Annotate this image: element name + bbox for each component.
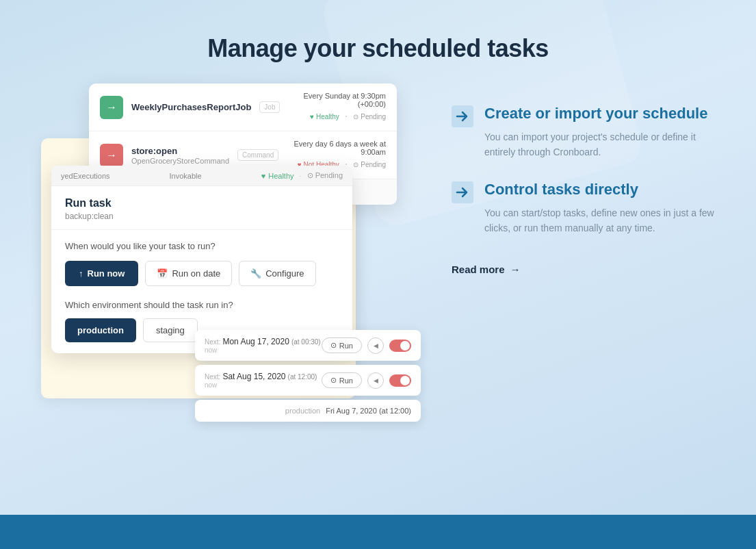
feature-content-2: Control tasks directly You can start/sto…: [484, 180, 729, 235]
feature-arrow-1: [452, 105, 473, 127]
feature-title-1: Create or import your schedule: [484, 104, 729, 124]
read-more-label: Read more: [452, 264, 505, 275]
table-row: → WeeklyPurchasesReportJob Job Every Sun…: [89, 84, 397, 131]
env-question: Which environment should the task run in…: [65, 300, 339, 310]
run-circle-icon: ⊙: [330, 341, 337, 350]
time-text-1: (at 00:30): [291, 338, 321, 346]
feature-item-1: Create or import your schedule You can i…: [452, 104, 729, 159]
date-val-3: Fri Aug 7, 2020 (at 12:00): [326, 407, 411, 415]
task-type-badge-2: Command: [237, 149, 278, 161]
feature-arrow-2: [452, 181, 473, 203]
date-text-2: Sat Aug 15, 2020: [222, 372, 285, 381]
run-task-title: Run task: [65, 197, 339, 209]
pause-icon: ◀: [374, 342, 378, 349]
feature-desc-1: You can import your project's schedule o…: [484, 129, 729, 160]
schedule-card-3: production Fri Aug 7, 2020 (at 12:00): [195, 400, 421, 422]
run-task-modal: yedExecutions Invokable ♥ Healthy · ⊙ Pe…: [51, 166, 352, 353]
run-options: ↑ Run now 📅 Run on date 🔧 Configure: [65, 261, 339, 286]
schedule-card-1: Next: Mon Aug 17, 2020 (at 00:30) now ⊙ …: [195, 330, 421, 361]
feature-item-2: Control tasks directly You can start/sto…: [452, 180, 729, 235]
next-label-1: Next:: [205, 338, 220, 346]
when-question: When would you like your task to run?: [65, 241, 339, 251]
calendar-icon: 📅: [157, 268, 168, 279]
status-pending-1: Pending: [353, 113, 386, 120]
read-more-link[interactable]: Read more →: [452, 264, 729, 275]
up-arrow-icon: ↑: [79, 268, 83, 279]
read-more-arrow: →: [510, 264, 521, 275]
task-schedule-text-2: Every day 6 days a week at 9:00am: [292, 140, 386, 156]
status-healthy-1: Healthy: [310, 113, 339, 120]
pause-button-1[interactable]: ◀: [367, 337, 384, 354]
now-text-2: now: [205, 381, 317, 389]
topbar-healthy: ♥ Healthy: [261, 172, 294, 180]
next-label-2: Next:: [205, 373, 220, 381]
run-on-date-button[interactable]: 📅 Run on date: [145, 261, 232, 286]
run-circle-icon-2: ⊙: [330, 376, 337, 385]
now-text-1: now: [205, 346, 321, 354]
run-small-button-1[interactable]: ⊙ Run: [322, 337, 362, 353]
toggle-1[interactable]: [389, 340, 411, 352]
feature-title-2: Control tasks directly: [484, 180, 729, 200]
page-wrapper: Manage your scheduled tasks → WeeklyPurc…: [0, 0, 756, 549]
run-now-button[interactable]: ↑ Run now: [65, 261, 138, 286]
schedule-actions-2: ⊙ Run ◀: [322, 372, 411, 389]
staging-button[interactable]: staging: [143, 318, 198, 342]
run-task-subtitle: backup:clean: [65, 212, 339, 221]
task-info-2: store:open OpenGroceryStoreCommand: [131, 146, 229, 165]
heart-icon: ♥: [261, 172, 266, 180]
wrench-icon: 🔧: [250, 268, 261, 279]
feature-content-1: Create or import your schedule You can i…: [484, 104, 729, 159]
task-name-1: WeeklyPurchasesReportJob: [131, 102, 251, 112]
schedule-actions-1: ⊙ Run ◀: [322, 337, 411, 354]
time-text-2: (at 12:00): [288, 373, 317, 381]
pause-button-2[interactable]: ◀: [367, 372, 384, 389]
configure-button[interactable]: 🔧 Configure: [239, 261, 315, 286]
right-features: Create or import your schedule You can i…: [438, 77, 756, 515]
schedule-cards-container: Next: Mon Aug 17, 2020 (at 00:30) now ⊙ …: [195, 330, 421, 422]
task-schedule-text-1: Every Sunday at 9:30pm (+00:00): [294, 92, 386, 108]
topbar-left-text: yedExecutions: [61, 172, 110, 180]
prod-label-3: production: [285, 407, 320, 415]
run-task-topbar: yedExecutions Invokable ♥ Healthy · ⊙ Pe…: [51, 166, 352, 186]
invokable-label: Invokable: [170, 172, 202, 180]
left-mockups: → WeeklyPurchasesReportJob Job Every Sun…: [0, 77, 438, 515]
run-task-header: Run task backup:clean: [51, 186, 352, 230]
schedule-card-2: Next: Sat Aug 15, 2020 (at 12:00) now ⊙ …: [195, 365, 421, 396]
circle-icon: ⊙: [307, 171, 313, 179]
pause-icon-2: ◀: [374, 377, 378, 384]
task-type-badge-1: Job: [259, 101, 280, 113]
task-name-2: store:open: [131, 146, 229, 156]
task-info-1: WeeklyPurchasesReportJob: [131, 102, 251, 112]
production-button[interactable]: production: [65, 318, 136, 342]
feature-desc-2: You can start/stop tasks, define new one…: [484, 205, 729, 236]
task-icon-green: →: [100, 96, 123, 119]
task-schedule-1: Every Sunday at 9:30pm (+00:00) Healthy …: [294, 92, 386, 123]
arrow-icon: →: [106, 149, 117, 162]
task-icon-red: →: [100, 144, 123, 167]
task-status-row-1: Healthy · Pending: [294, 110, 386, 123]
content-area: → WeeklyPurchasesReportJob Job Every Sun…: [0, 77, 756, 515]
status-pending-2: Pending: [353, 161, 386, 168]
schedule-label-2: Next: Sat Aug 15, 2020 (at 12:00) now: [205, 372, 317, 389]
task-subname-2: OpenGroceryStoreCommand: [131, 157, 229, 165]
page-title: Manage your scheduled tasks: [0, 34, 756, 63]
topbar-pending: ⊙ Pending: [307, 171, 343, 180]
schedule-label-1: Next: Mon Aug 17, 2020 (at 00:30) now: [205, 337, 321, 354]
arrow-icon: →: [106, 101, 117, 114]
toggle-2[interactable]: [389, 374, 411, 387]
run-small-button-2[interactable]: ⊙ Run: [322, 372, 362, 388]
header-section: Manage your scheduled tasks: [0, 0, 756, 77]
bottom-bar: [0, 515, 756, 549]
date-text-1: Mon Aug 17, 2020: [222, 337, 289, 346]
